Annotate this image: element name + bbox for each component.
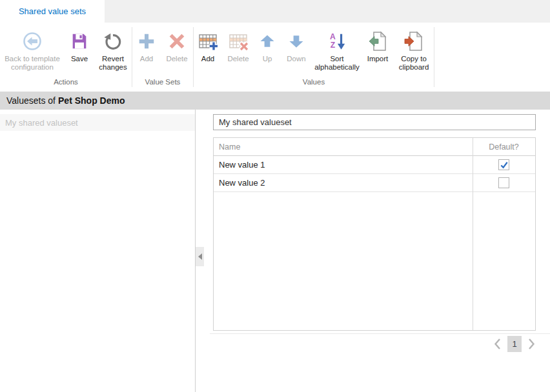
table-add-icon — [198, 29, 218, 54]
add-value-set-button[interactable]: Add — [132, 28, 161, 64]
column-header-default: Default? — [473, 142, 535, 152]
sidebar-item-valueset[interactable]: My shared valueset — [0, 114, 195, 131]
import-icon — [367, 29, 388, 54]
ribbon-group-label: Value Sets — [132, 76, 193, 90]
button-label: Add — [140, 55, 153, 63]
ribbon-group-value-sets: Add Delete Value Sets — [132, 23, 193, 90]
button-label: Back to template configuration — [1, 55, 63, 72]
table-footer-divider — [210, 333, 550, 334]
save-icon — [70, 29, 89, 54]
current-page[interactable]: 1 — [507, 336, 522, 352]
revert-changes-button[interactable]: Revert changes — [94, 28, 132, 72]
button-label: Delete — [166, 55, 187, 63]
chevron-left-icon — [493, 337, 502, 351]
check-icon — [500, 161, 509, 170]
table-row[interactable]: New value 2 — [214, 174, 535, 192]
button-label: Sort alphabetically — [314, 55, 360, 72]
table-header-row: Name Default? — [214, 138, 535, 156]
template-name: Pet Shop Demo — [58, 95, 125, 106]
default-checkbox[interactable] — [498, 159, 509, 170]
page-title-prefix: Valuesets of — [6, 95, 56, 106]
save-button[interactable]: Save — [65, 28, 94, 64]
ribbon: Back to template configuration Save — [0, 23, 550, 90]
column-divider — [473, 138, 473, 330]
x-icon — [167, 29, 187, 54]
tab-label: Shared value sets — [19, 6, 86, 16]
copy-to-clipboard-button[interactable]: Copy to clipboard — [394, 28, 434, 72]
sort-az-icon: A Z — [327, 29, 347, 54]
ribbon-group-separator — [434, 27, 434, 87]
ribbon-group-label: Values — [194, 76, 434, 90]
button-label: Add — [201, 55, 214, 63]
tab-strip: Shared value sets — [0, 0, 550, 23]
page-title: Valuesets of Pet Shop Demo — [0, 92, 550, 110]
svg-text:Z: Z — [331, 41, 336, 50]
arrow-up-icon — [258, 29, 276, 54]
valueset-list-panel: My shared valueset — [0, 110, 196, 392]
prev-page-button[interactable] — [493, 337, 502, 351]
table-delete-icon — [228, 29, 249, 54]
ribbon-group-label: Actions — [0, 76, 132, 90]
delete-value-button[interactable]: Delete — [222, 28, 254, 64]
splitter-handle[interactable] — [196, 247, 204, 266]
collapse-left-icon — [198, 253, 203, 260]
button-label: Revert changes — [96, 55, 130, 72]
valueset-name-input[interactable] — [213, 114, 536, 130]
next-page-button[interactable] — [527, 337, 536, 351]
table-row[interactable]: New value 1 — [214, 156, 535, 174]
ribbon-group-actions: Back to template configuration Save — [0, 23, 132, 90]
back-to-template-configuration-button[interactable]: Back to template configuration — [0, 28, 65, 72]
copy-clipboard-icon — [403, 29, 424, 54]
button-label: Save — [71, 55, 88, 63]
add-value-button[interactable]: Add — [194, 28, 222, 64]
delete-value-set-button[interactable]: Delete — [161, 28, 193, 64]
move-up-button[interactable]: Up — [254, 28, 280, 64]
svg-text:A: A — [330, 32, 336, 41]
chevron-right-icon — [527, 337, 536, 351]
back-icon — [22, 29, 43, 54]
default-checkbox[interactable] — [498, 177, 509, 188]
ribbon-group-values: Add Delete — [194, 23, 434, 90]
sort-alphabetically-button[interactable]: A Z Sort alphabetically — [312, 28, 362, 72]
values-table: Name Default? New value 1 New value 2 — [213, 137, 536, 331]
valueset-editor: Name Default? New value 1 New value 2 — [213, 110, 536, 331]
pagination: 1 — [213, 336, 536, 352]
tab-shared-value-sets[interactable]: Shared value sets — [0, 0, 105, 23]
value-name: New value 1 — [214, 160, 473, 170]
column-header-name: Name — [214, 142, 473, 152]
import-button[interactable]: Import — [362, 28, 394, 64]
button-label: Copy to clipboard — [395, 55, 433, 72]
button-label: Delete — [227, 55, 249, 63]
button-label: Import — [367, 55, 389, 63]
move-down-button[interactable]: Down — [280, 28, 312, 64]
revert-icon — [103, 29, 123, 54]
plus-icon — [137, 29, 156, 54]
arrow-down-icon — [287, 29, 305, 54]
value-name: New value 2 — [214, 178, 473, 188]
button-label: Down — [287, 55, 305, 63]
button-label: Up — [263, 55, 272, 63]
